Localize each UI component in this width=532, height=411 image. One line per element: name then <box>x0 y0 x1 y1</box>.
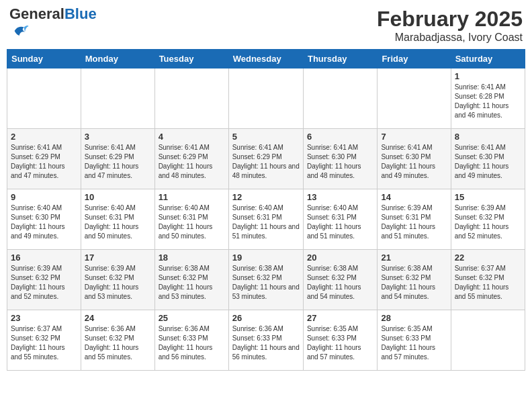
calendar-cell <box>81 68 154 129</box>
calendar-cell: 28Sunrise: 6:35 AM Sunset: 6:33 PM Dayli… <box>378 310 451 371</box>
calendar-cell: 2Sunrise: 6:41 AM Sunset: 6:29 PM Daylig… <box>7 129 81 189</box>
day-number: 5 <box>232 132 300 142</box>
day-info: Sunrise: 6:40 AM Sunset: 6:31 PM Dayligh… <box>159 203 225 241</box>
day-number: 4 <box>159 132 225 142</box>
day-number: 8 <box>455 132 521 142</box>
calendar-cell: 25Sunrise: 6:36 AM Sunset: 6:33 PM Dayli… <box>154 310 228 371</box>
day-info: Sunrise: 6:36 AM Sunset: 6:33 PM Dayligh… <box>159 324 225 362</box>
day-info: Sunrise: 6:41 AM Sunset: 6:30 PM Dayligh… <box>307 143 373 181</box>
day-number: 2 <box>11 132 77 142</box>
calendar-cell: 26Sunrise: 6:36 AM Sunset: 6:33 PM Dayli… <box>228 310 303 371</box>
day-number: 25 <box>159 313 225 323</box>
weekday-header-saturday: Saturday <box>451 50 525 68</box>
day-number: 7 <box>381 132 447 142</box>
month-year-title: February 2025 <box>377 7 523 32</box>
day-info: Sunrise: 6:39 AM Sunset: 6:32 PM Dayligh… <box>11 264 77 302</box>
calendar-cell: 19Sunrise: 6:38 AM Sunset: 6:32 PM Dayli… <box>228 250 303 310</box>
calendar-cell: 27Sunrise: 6:35 AM Sunset: 6:33 PM Dayli… <box>303 310 377 371</box>
weekday-header-monday: Monday <box>81 50 154 68</box>
day-number: 26 <box>232 313 300 323</box>
calendar-cell: 15Sunrise: 6:39 AM Sunset: 6:32 PM Dayli… <box>451 189 525 250</box>
day-number: 27 <box>307 313 373 323</box>
calendar-cell: 4Sunrise: 6:41 AM Sunset: 6:29 PM Daylig… <box>154 129 228 189</box>
day-number: 6 <box>307 132 373 142</box>
calendar-table: SundayMondayTuesdayWednesdayThursdayFrid… <box>7 49 525 371</box>
day-number: 1 <box>455 71 521 81</box>
day-info: Sunrise: 6:40 AM Sunset: 6:31 PM Dayligh… <box>232 203 300 241</box>
calendar-cell: 14Sunrise: 6:39 AM Sunset: 6:31 PM Dayli… <box>378 189 451 250</box>
day-number: 22 <box>455 253 521 263</box>
calendar-cell: 1Sunrise: 6:41 AM Sunset: 6:28 PM Daylig… <box>451 68 525 129</box>
day-number: 20 <box>307 253 373 263</box>
logo-bird-icon <box>11 21 30 40</box>
calendar-week-row: 16Sunrise: 6:39 AM Sunset: 6:32 PM Dayli… <box>7 250 525 310</box>
calendar-cell: 9Sunrise: 6:40 AM Sunset: 6:30 PM Daylig… <box>7 189 81 250</box>
weekday-header-wednesday: Wednesday <box>228 50 303 68</box>
calendar-week-row: 2Sunrise: 6:41 AM Sunset: 6:29 PM Daylig… <box>7 129 525 189</box>
day-number: 21 <box>381 253 447 263</box>
day-info: Sunrise: 6:40 AM Sunset: 6:31 PM Dayligh… <box>307 203 373 241</box>
calendar-cell: 22Sunrise: 6:37 AM Sunset: 6:32 PM Dayli… <box>451 250 525 310</box>
day-info: Sunrise: 6:39 AM Sunset: 6:32 PM Dayligh… <box>455 203 521 241</box>
calendar-cell: 20Sunrise: 6:38 AM Sunset: 6:32 PM Dayli… <box>303 250 377 310</box>
day-info: Sunrise: 6:38 AM Sunset: 6:32 PM Dayligh… <box>159 264 225 302</box>
day-number: 28 <box>381 313 447 323</box>
calendar-cell <box>451 310 525 371</box>
day-info: Sunrise: 6:41 AM Sunset: 6:30 PM Dayligh… <box>381 143 447 181</box>
day-info: Sunrise: 6:38 AM Sunset: 6:32 PM Dayligh… <box>232 264 300 302</box>
day-number: 19 <box>232 253 300 263</box>
day-info: Sunrise: 6:41 AM Sunset: 6:29 PM Dayligh… <box>159 143 225 181</box>
calendar-cell: 24Sunrise: 6:36 AM Sunset: 6:32 PM Dayli… <box>81 310 154 371</box>
day-number: 18 <box>159 253 225 263</box>
day-info: Sunrise: 6:41 AM Sunset: 6:30 PM Dayligh… <box>455 143 521 181</box>
day-info: Sunrise: 6:41 AM Sunset: 6:29 PM Dayligh… <box>11 143 77 181</box>
day-info: Sunrise: 6:39 AM Sunset: 6:32 PM Dayligh… <box>85 264 151 302</box>
day-info: Sunrise: 6:35 AM Sunset: 6:33 PM Dayligh… <box>381 324 447 362</box>
day-number: 3 <box>85 132 151 142</box>
weekday-header-thursday: Thursday <box>303 50 377 68</box>
calendar-cell: 21Sunrise: 6:38 AM Sunset: 6:32 PM Dayli… <box>378 250 451 310</box>
weekday-header-friday: Friday <box>378 50 451 68</box>
day-number: 17 <box>85 253 151 263</box>
calendar-cell: 23Sunrise: 6:37 AM Sunset: 6:32 PM Dayli… <box>7 310 81 371</box>
day-number: 14 <box>381 192 447 202</box>
calendar-cell: 13Sunrise: 6:40 AM Sunset: 6:31 PM Dayli… <box>303 189 377 250</box>
day-info: Sunrise: 6:37 AM Sunset: 6:32 PM Dayligh… <box>11 324 77 362</box>
day-info: Sunrise: 6:38 AM Sunset: 6:32 PM Dayligh… <box>307 264 373 302</box>
calendar-cell: 17Sunrise: 6:39 AM Sunset: 6:32 PM Dayli… <box>81 250 154 310</box>
day-info: Sunrise: 6:39 AM Sunset: 6:31 PM Dayligh… <box>381 203 447 241</box>
day-number: 9 <box>11 192 77 202</box>
day-info: Sunrise: 6:41 AM Sunset: 6:29 PM Dayligh… <box>85 143 151 181</box>
calendar-cell <box>378 68 451 129</box>
calendar-cell: 12Sunrise: 6:40 AM Sunset: 6:31 PM Dayli… <box>228 189 303 250</box>
day-number: 15 <box>455 192 521 202</box>
day-info: Sunrise: 6:35 AM Sunset: 6:33 PM Dayligh… <box>307 324 373 362</box>
day-info: Sunrise: 6:41 AM Sunset: 6:28 PM Dayligh… <box>455 83 521 120</box>
title-area: February 2025 Marabadjassa, Ivory Coast <box>377 7 523 44</box>
logo-blue-text: Blue <box>64 5 97 22</box>
calendar-cell: 6Sunrise: 6:41 AM Sunset: 6:30 PM Daylig… <box>303 129 377 189</box>
calendar-cell <box>303 68 377 129</box>
calendar-cell: 3Sunrise: 6:41 AM Sunset: 6:29 PM Daylig… <box>81 129 154 189</box>
day-info: Sunrise: 6:41 AM Sunset: 6:29 PM Dayligh… <box>232 143 300 181</box>
day-info: Sunrise: 6:40 AM Sunset: 6:30 PM Dayligh… <box>11 203 77 241</box>
calendar-cell: 16Sunrise: 6:39 AM Sunset: 6:32 PM Dayli… <box>7 250 81 310</box>
calendar-cell: 18Sunrise: 6:38 AM Sunset: 6:32 PM Dayli… <box>154 250 228 310</box>
day-info: Sunrise: 6:37 AM Sunset: 6:32 PM Dayligh… <box>455 264 521 302</box>
calendar-cell <box>7 68 81 129</box>
page-header: GeneralBlue February 2025 Marabadjassa, … <box>7 7 525 44</box>
calendar-cell <box>154 68 228 129</box>
day-info: Sunrise: 6:38 AM Sunset: 6:32 PM Dayligh… <box>381 264 447 302</box>
day-number: 12 <box>232 192 300 202</box>
day-info: Sunrise: 6:36 AM Sunset: 6:32 PM Dayligh… <box>85 324 151 362</box>
calendar-header-row: SundayMondayTuesdayWednesdayThursdayFrid… <box>7 50 525 68</box>
calendar-cell: 11Sunrise: 6:40 AM Sunset: 6:31 PM Dayli… <box>154 189 228 250</box>
calendar-cell: 5Sunrise: 6:41 AM Sunset: 6:29 PM Daylig… <box>228 129 303 189</box>
location-subtitle: Marabadjassa, Ivory Coast <box>377 32 523 44</box>
calendar-cell <box>228 68 303 129</box>
day-info: Sunrise: 6:36 AM Sunset: 6:33 PM Dayligh… <box>232 324 300 362</box>
calendar-cell: 7Sunrise: 6:41 AM Sunset: 6:30 PM Daylig… <box>378 129 451 189</box>
calendar-week-row: 23Sunrise: 6:37 AM Sunset: 6:32 PM Dayli… <box>7 310 525 371</box>
day-number: 13 <box>307 192 373 202</box>
calendar-cell: 10Sunrise: 6:40 AM Sunset: 6:31 PM Dayli… <box>81 189 154 250</box>
